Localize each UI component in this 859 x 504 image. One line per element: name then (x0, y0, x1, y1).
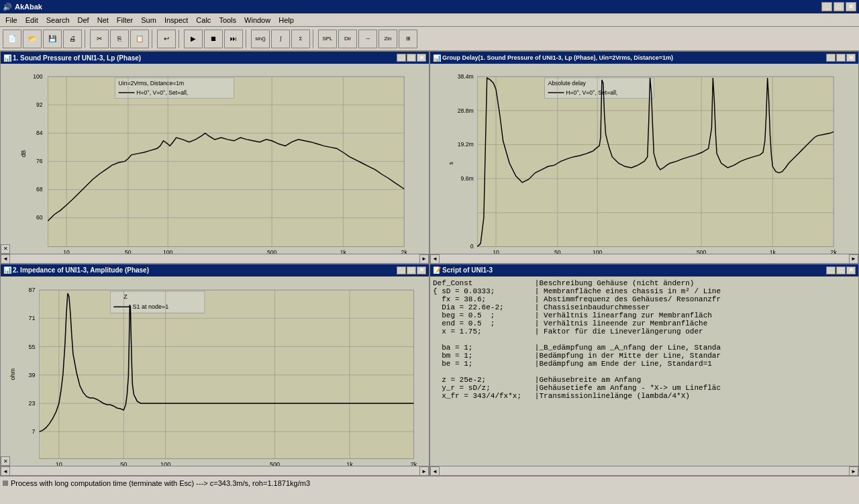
toolbar-sin[interactable]: sin{} (251, 30, 270, 48)
toolbar-step[interactable]: ⏭ (224, 30, 243, 48)
toolbar-zin[interactable]: Zin (378, 30, 397, 48)
sp-maximize[interactable]: □ (407, 54, 416, 62)
sound-pressure-icon: 📊 (3, 54, 11, 62)
menu-search[interactable]: Search (42, 15, 74, 26)
menu-help[interactable]: Help (274, 15, 298, 26)
menu-tools[interactable]: Tools (215, 15, 240, 26)
status-bar: Process with long computation time (term… (0, 476, 859, 489)
sound-pressure-window: 📊 1. Sound Pressure of UNI1-3, Lp (Phase… (0, 51, 430, 264)
toolbar-sep1 (85, 30, 87, 48)
toolbar-f2[interactable]: Σ (291, 30, 310, 48)
script-maximize[interactable]: □ (836, 266, 846, 274)
sp-scroll-right[interactable]: ► (419, 254, 429, 264)
toolbar-run[interactable]: ▶ (184, 30, 203, 48)
menu-filter[interactable]: Filter (113, 15, 137, 26)
script-content[interactable]: Def_Const |Beschreibung Gehäuse (nicht ä… (430, 276, 858, 466)
script-scroll-track-h[interactable] (440, 466, 849, 476)
imp-corner-btn[interactable]: ✕ (1, 456, 10, 466)
group-delay-chart: Absolute delay H=0°, V=0°, Set=all, 3 (430, 64, 858, 263)
svg-text:84: 84 (36, 130, 43, 136)
toolbar-save[interactable]: 💾 (43, 30, 62, 48)
imp-scrollbar[interactable]: ◄ ► (1, 466, 429, 475)
toolbar-stop[interactable]: ⏹ (204, 30, 223, 48)
sp-minimize[interactable]: _ (397, 54, 406, 62)
menu-sum[interactable]: Sum (137, 15, 160, 26)
svg-text:H=0°, V=0°, Set=all,: H=0°, V=0°, Set=all, (566, 89, 617, 96)
svg-text:19.2m: 19.2m (458, 141, 474, 148)
menu-inspect[interactable]: Inspect (160, 15, 192, 26)
svg-text:Z: Z (123, 293, 128, 300)
toolbar-cut[interactable]: ✂ (90, 30, 109, 48)
sp-close[interactable]: ✕ (417, 54, 426, 62)
toolbar-f4[interactable]: ⊞ (399, 30, 417, 48)
toolbar: 📄 📂 💾 🖨 ✂ ⎘ 📋 ↩ ▶ ⏹ ⏭ sin{} ∫ Σ SPL Dir … (0, 27, 859, 51)
menu-window[interactable]: Window (240, 15, 274, 26)
toolbar-new[interactable]: 📄 (3, 30, 21, 48)
imp-minimize[interactable]: _ (397, 266, 406, 274)
imp-maximize[interactable]: □ (407, 266, 416, 274)
minimize-button[interactable]: _ (821, 2, 832, 11)
script-title-text: Script of UNI1-3 (442, 266, 493, 274)
script-scroll-right[interactable]: ► (849, 466, 858, 476)
sp-scroll-left[interactable]: ◄ (1, 254, 10, 264)
impedance-title-text: 2. Impedance of UNI1-3, Amplitude (Phase… (13, 266, 149, 274)
menu-calc[interactable]: Calc (192, 15, 215, 26)
script-title: 📝 Script of UNI1-3 _ □ ✕ (430, 264, 858, 276)
gd-scrollbar[interactable]: ◄ ► (430, 254, 858, 263)
svg-text:dB: dB (20, 150, 27, 157)
svg-text:28.8m: 28.8m (458, 107, 474, 114)
group-delay-title-text: Group Delay(1. Sound Pressure of UNI1-3,… (442, 54, 673, 61)
imp-scroll-left[interactable]: ◄ (1, 466, 10, 476)
gd-maximize[interactable]: □ (836, 54, 846, 62)
imp-scroll-right[interactable]: ► (419, 466, 429, 476)
sp-scrollbar[interactable]: ◄ ► (1, 254, 429, 263)
imp-close[interactable]: ✕ (417, 266, 426, 274)
sound-pressure-title: 📊 1. Sound Pressure of UNI1-3, Lp (Phase… (1, 52, 429, 64)
script-scroll-left[interactable]: ◄ (430, 466, 440, 476)
svg-text:87: 87 (29, 287, 36, 293)
toolbar-paste[interactable]: 📋 (130, 30, 149, 48)
impedance-window: 📊 2. Impedance of UNI1-3, Amplitude (Pha… (0, 264, 430, 476)
menu-edit[interactable]: Edit (21, 15, 42, 26)
svg-text:68: 68 (36, 186, 43, 193)
toolbar-spl[interactable]: SPL (318, 30, 337, 48)
impedance-title: 📊 2. Impedance of UNI1-3, Amplitude (Pha… (1, 264, 429, 276)
menu-net[interactable]: Net (93, 15, 113, 26)
menu-file[interactable]: File (1, 15, 21, 26)
svg-rect-1 (48, 77, 404, 246)
close-button[interactable]: ✕ (846, 2, 856, 11)
gd-minimize[interactable]: _ (826, 54, 836, 62)
svg-text:ohm: ohm (9, 368, 16, 380)
script-close[interactable]: ✕ (846, 266, 856, 274)
app-title: AkAbak (15, 3, 42, 11)
svg-rect-67 (40, 290, 414, 458)
script-window: 📝 Script of UNI1-3 _ □ ✕ Def_Const |Besc… (430, 264, 859, 476)
svg-text:76: 76 (36, 158, 43, 164)
gd-scroll-left[interactable]: ◄ (430, 254, 440, 264)
toolbar-print[interactable]: 🖨 (63, 30, 82, 48)
svg-text:92: 92 (36, 101, 43, 108)
toolbar-sep5 (313, 30, 315, 48)
toolbar-undo[interactable]: ↩ (157, 30, 176, 48)
toolbar-open[interactable]: 📂 (23, 30, 42, 48)
toolbar-dir[interactable]: Dir (338, 30, 357, 48)
group-delay-title: 📊 Group Delay(1. Sound Pressure of UNI1-… (430, 52, 858, 64)
toolbar-f1[interactable]: ∫ (271, 30, 290, 48)
toolbar-f3[interactable]: ↔ (358, 30, 377, 48)
sp-corner-btn[interactable]: ✕ (1, 244, 10, 254)
svg-text:Absolute delay: Absolute delay (548, 80, 587, 87)
impedance-icon: 📊 (3, 266, 11, 274)
script-minimize[interactable]: _ (826, 266, 836, 274)
imp-scroll-track[interactable] (10, 466, 419, 476)
impedance-chart: Z S1 at node=1 87 71 (1, 276, 429, 476)
toolbar-copy[interactable]: ⎘ (110, 30, 129, 48)
menu-def[interactable]: Def (74, 15, 93, 26)
maximize-button[interactable]: □ (833, 2, 844, 11)
gd-close[interactable]: ✕ (846, 54, 856, 62)
group-delay-window: 📊 Group Delay(1. Sound Pressure of UNI1-… (430, 51, 859, 264)
svg-text:0: 0 (470, 243, 474, 250)
gd-scroll-track[interactable] (440, 254, 849, 264)
sp-scroll-track[interactable] (10, 254, 419, 264)
gd-scroll-right[interactable]: ► (849, 254, 858, 264)
script-scrollbar-h[interactable]: ◄ ► (430, 466, 858, 475)
